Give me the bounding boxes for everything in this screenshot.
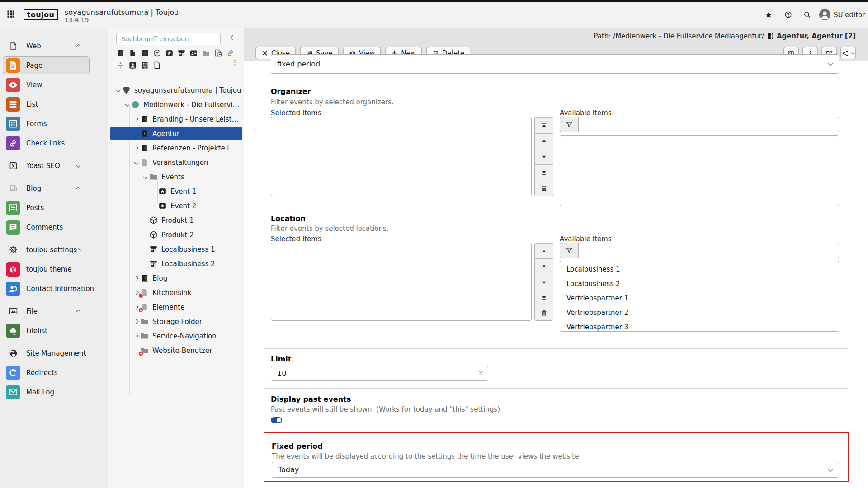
posts[interactable]: Posts [0,198,108,217]
filter-input[interactable] [579,117,839,132]
past-events-toggle[interactable] [271,417,282,423]
page[interactable]: Veranstaltungen [110,156,242,169]
tree-chevron-icon[interactable] [124,103,130,106]
tree-chevron-icon[interactable] [115,89,121,92]
organizer-selected-listbox[interactable] [271,117,532,196]
localbusiness[interactable]: Localbusiness 2 [110,257,242,270]
product[interactable] [153,49,161,57]
folder[interactable]: Website-Benutzer [110,344,242,357]
file[interactable]: File [0,301,108,321]
collapse-tree-icon[interactable] [230,35,236,41]
available-item[interactable]: Localbusiness 2 [560,277,839,291]
organizer-available-listbox[interactable] [560,135,839,206]
remove-selected[interactable] [535,305,553,320]
door-page[interactable] [116,49,125,57]
event-display-select[interactable]: fixed period [271,54,839,74]
tree-chevron-icon[interactable] [133,291,139,294]
move-down[interactable] [535,274,553,289]
event[interactable] [165,49,174,57]
blog[interactable]: Blog [0,178,108,198]
list[interactable]: List [0,94,108,114]
available-item[interactable]: Vertriebspartner 2 [560,305,839,320]
available-item[interactable]: Localbusiness 1 [560,262,839,277]
typo3-root[interactable]: soyagunsarufutsumura | Toujou [110,84,242,97]
shortcut-page[interactable] [214,49,222,57]
fixed-period-select[interactable]: Today [272,462,839,478]
module-menu-icon[interactable] [6,9,15,19]
page[interactable]: Elemente [110,300,242,314]
product[interactable]: Produkt 2 [110,228,242,241]
check-links[interactable]: Check links [0,133,108,153]
folder[interactable]: Service-Navigation [110,329,242,343]
available-item[interactable]: Vertriebspartner 3 [560,320,839,332]
site-management[interactable]: Site Management [0,343,108,363]
tree-chevron-icon[interactable] [133,334,139,338]
tree-chevron-icon[interactable] [133,320,139,323]
filelist[interactable]: Filelist [0,321,108,340]
available-item[interactable]: Vertriebspartner 1 [560,291,839,305]
share-icon [842,50,849,57]
site-root[interactable]: Medienwerk - Die Fullservice Me... [110,98,242,111]
organization[interactable] [141,61,149,70]
toujou-settings[interactable]: toujou settings [0,240,108,259]
product[interactable]: Produkt 1 [110,214,242,227]
localbusiness[interactable]: Localbusiness 1 [110,243,242,256]
filter-button[interactable] [560,243,579,258]
divider[interactable] [116,61,125,70]
page[interactable]: Blog [110,272,242,285]
user-name[interactable]: SU editor [834,11,865,19]
page[interactable] [128,49,137,57]
tree-toolbar-more-icon[interactable]: ⋮ [231,61,233,70]
mail-log[interactable]: Mail Log [0,382,108,402]
move-to-top[interactable] [535,243,553,258]
limit-input[interactable]: 10 [271,366,488,381]
move-to-top[interactable] [535,117,553,133]
comments[interactable]: Comments [0,217,108,237]
content-grid[interactable] [141,49,149,57]
clear-icon[interactable] [478,371,484,376]
move-to-bottom[interactable] [535,290,553,305]
event[interactable]: Event 1 [110,185,242,198]
location-selected-listbox[interactable] [271,243,532,321]
move-to-bottom[interactable] [535,164,553,180]
move-down[interactable] [535,149,553,164]
tree-chevron-icon[interactable] [133,146,139,150]
bookmark-icon[interactable] [765,11,773,19]
localbusiness[interactable] [177,49,186,57]
user-avatar[interactable] [819,9,830,20]
tree-chevron-icon[interactable] [133,161,139,164]
toujou-logo[interactable]: toujou [24,9,58,20]
page[interactable]: Kitchensink [110,286,242,299]
user-page[interactable] [128,61,137,70]
blank-page[interactable] [153,61,161,70]
event[interactable]: Event 2 [110,199,242,212]
filter-button[interactable] [560,117,579,132]
filter-input[interactable] [579,243,839,258]
redirects[interactable]: Redirects [0,363,108,382]
contact-card[interactable] [189,49,198,57]
toujou-theme[interactable]: toujou theme [0,259,108,279]
page[interactable]: Page [0,56,108,75]
forms[interactable]: Forms [0,114,108,133]
page[interactable]: Branding - Unsere Leistungen [110,113,242,126]
contact-information[interactable]: Contact Information [0,279,108,298]
move-up[interactable] [535,258,553,274]
tree-search-input[interactable] [116,33,221,45]
tree-chevron-icon[interactable] [133,117,139,121]
move-up[interactable] [535,133,553,149]
page[interactable]: Referenzen - Projekte im Übe... [110,141,242,155]
yoast-seo[interactable]: Yoast SEO [0,156,108,175]
page[interactable]: Agentur [110,127,242,140]
tree-chevron-icon[interactable] [133,277,139,280]
web[interactable]: Web [0,36,108,56]
folder[interactable]: Events [110,170,242,183]
search-icon[interactable] [803,11,811,19]
remove-selected[interactable] [535,180,553,196]
folder[interactable] [202,49,210,57]
tree-chevron-icon[interactable] [133,305,139,309]
help-icon[interactable] [784,11,792,19]
tree-chevron-icon[interactable] [142,175,148,178]
link[interactable] [226,49,235,57]
view[interactable]: View [0,75,108,94]
folder[interactable]: Storage Folder [110,315,242,328]
